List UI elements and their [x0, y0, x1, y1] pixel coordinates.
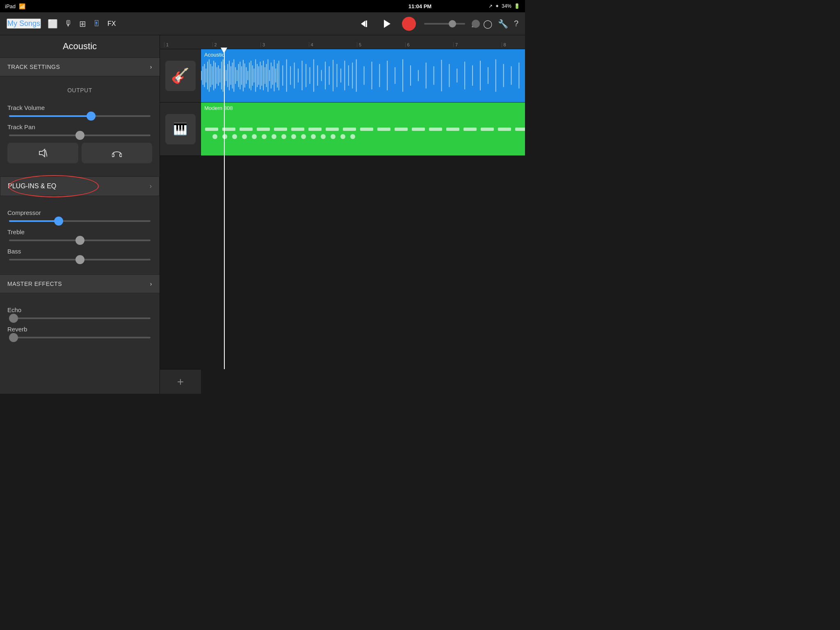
acoustic-track-icon[interactable]: 🎸 [160, 49, 201, 102]
dot-6 [262, 134, 267, 139]
svg-rect-62 [298, 69, 299, 83]
record-button[interactable] [402, 17, 416, 31]
mixer-icon[interactable]: 🎚 [93, 19, 101, 28]
svg-rect-44 [258, 66, 259, 85]
dot-15 [350, 134, 355, 139]
play-button[interactable] [379, 16, 394, 31]
acoustic-track-content[interactable]: Acoustic [201, 49, 525, 102]
svg-rect-68 [321, 70, 322, 81]
beat-4 [257, 128, 270, 131]
dot-9 [291, 134, 296, 139]
svg-rect-35 [244, 64, 245, 88]
svg-rect-52 [271, 63, 272, 89]
svg-rect-82 [395, 67, 395, 84]
bass-thumb[interactable] [75, 255, 84, 264]
master-effects-header[interactable]: MASTER EFFECTS › [0, 274, 160, 293]
dot-3 [232, 134, 237, 139]
track-volume-row: Track Volume [7, 104, 152, 117]
bass-row: Bass [7, 248, 152, 260]
bottom-bar: + [160, 369, 525, 394]
svg-rect-11 [207, 62, 208, 90]
screen-icon[interactable]: ⬜ [48, 19, 58, 29]
svg-rect-34 [243, 60, 244, 91]
svg-rect-23 [226, 70, 226, 81]
status-bar: iPad 📶 11:04 PM ↗ ✦ 34% 🔋 [0, 0, 525, 12]
headphone-button[interactable] [82, 143, 153, 163]
dot-12 [321, 134, 326, 139]
svg-rect-72 [337, 64, 338, 87]
svg-rect-18 [218, 66, 219, 86]
track-settings-header[interactable]: TRACK SETTINGS › [0, 57, 160, 76]
svg-marker-2 [384, 20, 390, 28]
acoustic-waveform [201, 57, 525, 94]
svg-rect-7 [201, 71, 202, 80]
acoustic-icon-circle: 🎸 [165, 61, 196, 91]
svg-rect-53 [272, 66, 273, 85]
echo-track[interactable] [9, 317, 151, 319]
acoustic-track-row: 🎸 Acoustic [160, 49, 525, 103]
svg-rect-36 [246, 67, 247, 84]
status-left: iPad 📶 [5, 3, 25, 9]
ruler-mark-7: 7 [453, 42, 502, 47]
svg-rect-37 [247, 71, 248, 80]
modern808-track-content[interactable]: Modern 808 [201, 103, 525, 155]
treble-track[interactable] [9, 240, 151, 241]
chat-icon[interactable]: ◯ [483, 19, 492, 29]
compressor-thumb[interactable] [54, 217, 63, 226]
ruler-mark-6: 6 [405, 42, 454, 47]
treble-thumb[interactable] [75, 236, 84, 245]
svg-rect-27 [232, 63, 233, 89]
svg-rect-83 [402, 59, 403, 92]
output-label: OUTPUT [7, 83, 152, 98]
track-settings-chevron: › [150, 64, 152, 70]
svg-rect-80 [379, 64, 380, 87]
dot-13 [331, 134, 336, 139]
location-icon: ↗ [488, 3, 493, 9]
plugins-header[interactable]: PLUG-INS & EQ › [0, 176, 160, 196]
wrench-icon[interactable]: 🔧 [498, 19, 508, 29]
mic-icon[interactable]: 🎙 [64, 19, 73, 28]
svg-rect-24 [227, 64, 228, 87]
metronome-toggle[interactable] [472, 20, 480, 28]
ruler-marks: 1 2 3 4 5 6 7 8 [160, 42, 525, 47]
reverb-track[interactable] [9, 337, 151, 338]
svg-rect-33 [241, 66, 242, 85]
svg-rect-88 [441, 60, 442, 91]
plugins-content: Compressor Treble Bass [0, 196, 160, 274]
time-display: 11:04 PM [409, 3, 431, 9]
modern808-track-row: 🎹 Modern 808 [160, 103, 525, 156]
my-songs-button[interactable]: My Songs [7, 18, 41, 29]
track-volume-track[interactable] [9, 115, 151, 117]
track-volume-thumb[interactable] [87, 112, 96, 121]
device-label: iPad [5, 3, 16, 9]
svg-rect-54 [274, 60, 275, 91]
tempo-track[interactable] [424, 23, 465, 25]
svg-rect-60 [290, 66, 291, 85]
track-pan-thumb[interactable] [75, 131, 84, 140]
add-track-button[interactable]: + [160, 369, 201, 394]
reverb-thumb[interactable] [9, 333, 18, 342]
master-effects-section: MASTER EFFECTS › Echo Reverb [0, 274, 160, 352]
svg-rect-79 [372, 62, 372, 90]
svg-rect-73 [340, 69, 341, 83]
ruler: 1 2 3 4 5 6 7 8 + [160, 35, 525, 49]
svg-rect-1 [366, 21, 367, 27]
track-pan-track[interactable] [9, 135, 151, 136]
reverb-row: Reverb [7, 326, 152, 338]
mute-button[interactable] [7, 143, 78, 163]
fx-button[interactable]: FX [107, 20, 116, 27]
grid-icon[interactable]: ⊞ [79, 19, 86, 29]
svg-rect-87 [434, 66, 434, 85]
svg-rect-61 [294, 63, 295, 89]
echo-thumb[interactable] [9, 314, 18, 323]
svg-rect-5 [112, 154, 114, 157]
wifi-icon: 📶 [19, 3, 25, 9]
rewind-button[interactable] [360, 18, 371, 29]
bass-track[interactable] [9, 259, 151, 260]
tempo-thumb[interactable] [449, 20, 456, 27]
beat-1 [205, 128, 218, 131]
compressor-track[interactable] [9, 220, 151, 222]
help-icon[interactable]: ? [514, 19, 518, 28]
modern808-track-icon[interactable]: 🎹 [160, 103, 201, 155]
track-pan-label: Track Pan [7, 123, 152, 130]
